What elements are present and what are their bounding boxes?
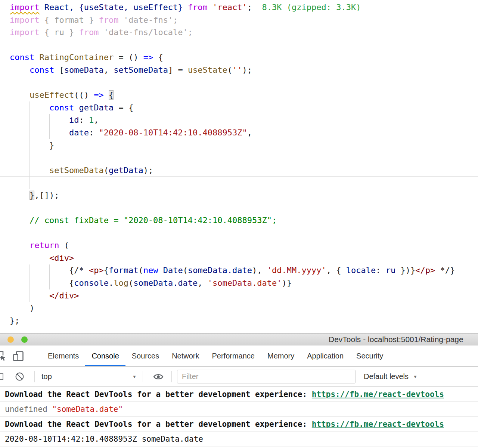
filter-input[interactable]: [177, 370, 356, 383]
console-message: undefined "someData.date": [0, 402, 478, 417]
separator: [30, 350, 30, 361]
minimize-button[interactable]: [7, 336, 14, 343]
current-line-highlight: [0, 164, 478, 177]
code-line: useEffect(() => {: [10, 89, 478, 101]
console-text: undefined: [5, 405, 52, 414]
eye-icon[interactable]: [153, 371, 164, 382]
indent-guide: [49, 264, 50, 289]
code-line: const getData = {: [10, 101, 478, 114]
console-message: 2020-08-10T14:42:10.4088953Z someData.da…: [0, 432, 478, 447]
console-link[interactable]: https://fb.me/react-devtools: [312, 390, 444, 399]
tab-sources[interactable]: Sources: [125, 345, 165, 366]
code-line: }: [10, 139, 478, 152]
fullscreen-button[interactable]: [21, 336, 28, 343]
code-line: id: 1,: [10, 114, 478, 126]
tab-performance[interactable]: Performance: [206, 345, 261, 366]
console-text: Download the React DevTools for a better…: [5, 420, 312, 429]
inspect-element-icon[interactable]: [0, 350, 7, 361]
tab-application[interactable]: Application: [301, 345, 350, 366]
code-line: ): [10, 302, 478, 314]
code-line: import { ru } from 'date-fns/locale';: [10, 26, 478, 39]
indent-guide: [49, 114, 50, 139]
console-text: 2020-08-10T14:42:10.4088953Z someData.da…: [5, 435, 203, 444]
code-line: const [someData, setSomeData] = useState…: [10, 64, 478, 76]
code-line: [10, 176, 478, 189]
tab-memory[interactable]: Memory: [261, 345, 301, 366]
separator: [171, 371, 172, 382]
context-label: top: [41, 372, 52, 381]
window-title: DevTools - localhost:5001/Rating-page: [329, 335, 463, 344]
code-line: [10, 227, 478, 239]
tab-console[interactable]: Console: [85, 345, 125, 366]
console-sidebar-icon[interactable]: [0, 373, 3, 380]
devtools-window: DevTools - localhost:5001/Rating-page El…: [0, 333, 478, 447]
code-line: };: [10, 314, 478, 327]
code-line: {console.log(someData.date, 'someData.da…: [10, 277, 478, 289]
chevron-down-icon: ▼: [132, 375, 137, 379]
log-levels-label: Default levels: [364, 372, 409, 381]
code-line: [10, 39, 478, 51]
code-line: date: "2020-08-10T14:42:10.4088953Z",: [10, 126, 478, 139]
javascript-context-dropdown[interactable]: top ▼: [41, 372, 137, 381]
separator: [34, 371, 35, 382]
tab-elements[interactable]: Elements: [41, 345, 85, 366]
code-line: [10, 76, 478, 89]
tab-network[interactable]: Network: [165, 345, 205, 366]
console-message: Download the React DevTools for a better…: [0, 417, 478, 432]
clear-console-icon[interactable]: [15, 372, 25, 382]
devtools-tabbar: ElementsConsoleSourcesNetworkPerformance…: [0, 345, 478, 367]
code-line: return (: [10, 239, 478, 252]
console-text: Download the React DevTools for a better…: [5, 390, 312, 399]
console-message: Download the React DevTools for a better…: [0, 387, 478, 402]
chevron-down-icon: ▼: [413, 375, 418, 379]
code-line: [10, 151, 478, 164]
code-line: <div>: [10, 252, 478, 264]
code-line: import { format } from 'date-fns';: [10, 14, 478, 26]
console-toolbar: top ▼ Default levels ▼: [0, 367, 478, 387]
console-link[interactable]: https://fb.me/react-devtools: [312, 420, 444, 429]
code-line: {/* <p>{format(new Date(someData.date), …: [10, 264, 478, 277]
indent-guide: [30, 264, 30, 302]
log-levels-dropdown[interactable]: Default levels ▼: [364, 372, 418, 381]
tab-security[interactable]: Security: [350, 345, 389, 366]
tab-strip: ElementsConsoleSourcesNetworkPerformance…: [41, 345, 389, 366]
console-text: "someData.date": [52, 405, 123, 414]
code-line: [10, 202, 478, 214]
devtools-titlebar[interactable]: DevTools - localhost:5001/Rating-page: [0, 333, 478, 345]
code-line: // const fixDate = "2020-08-10T14:42:10.…: [10, 214, 478, 227]
separator: [143, 371, 143, 382]
device-toolbar-icon[interactable]: [13, 350, 24, 361]
code-line: </div>: [10, 289, 478, 302]
code-line: import React, {useState, useEffect} from…: [10, 1, 478, 14]
code-line: const RatingContainer = () => {: [10, 51, 478, 64]
console-messages: Download the React DevTools for a better…: [0, 387, 478, 447]
code-line: },[]);: [10, 189, 478, 202]
editor-code[interactable]: import React, {useState, useEffect} from…: [0, 0, 478, 333]
